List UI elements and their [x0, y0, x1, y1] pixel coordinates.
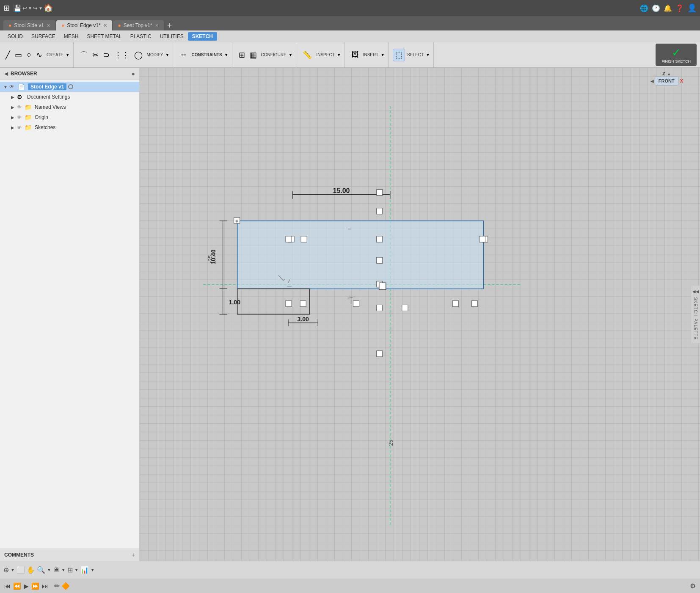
view-cube-label[interactable]: FRONT	[655, 76, 678, 86]
select-dropdown[interactable]: ▼	[426, 52, 430, 57]
tree-item-sketches[interactable]: ▶ 👁 📁 Sketches	[0, 122, 139, 132]
menu-solid[interactable]: SOLID	[3, 32, 27, 41]
playback-prev-button[interactable]: ⏪	[13, 582, 21, 590]
snap-settings-button[interactable]: ⊕	[3, 566, 9, 574]
tree-expand-arrow-3[interactable]: ▶	[11, 105, 17, 110]
zoom-fit-button[interactable]: 🔍	[37, 566, 45, 574]
inspect-tool[interactable]: 📏	[300, 49, 314, 61]
add-tab-button[interactable]: +	[165, 21, 175, 30]
create-label[interactable]: CREATE	[45, 52, 65, 57]
browser-icon[interactable]: 🌐	[640, 4, 648, 12]
view-cube-toggle[interactable]: 🖥	[53, 566, 60, 574]
create-dropdown[interactable]: ▼	[66, 52, 70, 57]
tree-item-stool-edge[interactable]: ▼ 👁 📄 Stool Edge v1	[0, 82, 139, 92]
zoom-dropdown[interactable]: ▼	[47, 568, 51, 572]
browser-pin-button[interactable]: ●	[132, 70, 135, 77]
view-cube[interactable]: Z ▲ ◀ FRONT X	[650, 71, 683, 86]
tree-visibility-sketches[interactable]: 👁	[17, 125, 24, 130]
menu-sheet-metal[interactable]: SHEET METAL	[83, 32, 126, 41]
display-mode-button[interactable]: ⬜	[17, 566, 25, 574]
configure-tool[interactable]: ⊞	[237, 49, 247, 61]
inspect-dropdown[interactable]: ▼	[337, 52, 341, 57]
constraints-label[interactable]: CONSTRAINTS	[190, 52, 223, 57]
offset-tool[interactable]: ⊃	[101, 49, 112, 61]
configure-dropdown[interactable]: ▼	[289, 52, 293, 57]
home-button[interactable]: 🏠	[44, 3, 53, 13]
circle-tool[interactable]: ○	[25, 49, 33, 61]
arc-tool[interactable]: ◯	[132, 49, 145, 61]
insert-label[interactable]: INSERT	[361, 52, 380, 57]
spline-tool[interactable]: ∿	[34, 49, 44, 61]
snap-dropdown[interactable]: ▼	[11, 568, 15, 572]
playback-next-button[interactable]: ⏩	[31, 582, 39, 590]
undo-dropdown[interactable]: ▼	[28, 6, 32, 11]
timeline-handle-icon[interactable]: 🔶	[61, 582, 70, 590]
menu-sketch[interactable]: SKETCH	[188, 32, 217, 41]
menu-plastic[interactable]: PLASTIC	[126, 32, 156, 41]
constraints-dropdown[interactable]: ▼	[224, 52, 229, 57]
rectangle-tool[interactable]: ▭	[13, 49, 24, 61]
comments-expand-button[interactable]: +	[132, 552, 135, 558]
view-cube-nav-left[interactable]: ◀	[650, 79, 654, 83]
playback-end-button[interactable]: ⏭	[42, 582, 48, 590]
tree-expand-arrow-2[interactable]: ▶	[11, 95, 17, 99]
pan-tool-button[interactable]: ✋	[27, 566, 35, 574]
tree-item-doc-settings[interactable]: ▶ ⚙ Document Settings	[0, 92, 139, 102]
browser-collapse-arrow[interactable]: ◀	[4, 71, 8, 77]
user-icon[interactable]: 👤	[687, 3, 697, 13]
tab-stool-edge[interactable]: ● Stool Edge v1* ✕	[56, 20, 112, 30]
tree-visibility-named-views[interactable]: 👁	[17, 105, 24, 110]
grid-settings-button[interactable]: ⊞	[67, 566, 73, 574]
finish-sketch-button[interactable]: ✓ FINISH SKETCH	[656, 44, 697, 66]
tab-seat-top[interactable]: ● Seat Top v1* ✕	[113, 20, 164, 30]
notification-icon[interactable]: 🔔	[664, 4, 672, 12]
clock-icon[interactable]: 🕐	[652, 4, 660, 12]
tab-seat-top-close[interactable]: ✕	[155, 23, 159, 28]
configure-table-tool[interactable]: ▦	[248, 49, 259, 61]
apps-icon[interactable]: ⊞	[3, 3, 10, 13]
pattern-tool[interactable]: ⋮⋮	[112, 49, 132, 61]
tree-visibility-origin[interactable]: 👁	[17, 115, 24, 120]
tree-item-named-views[interactable]: ▶ 👁 📁 Named Views	[0, 102, 139, 112]
tree-expand-arrow-5[interactable]: ▶	[11, 125, 17, 130]
inspect-label[interactable]: INSPECT	[314, 52, 336, 57]
menu-mesh[interactable]: MESH	[60, 32, 83, 41]
insert-tool[interactable]: 🖼	[349, 49, 361, 61]
playback-start-button[interactable]: ⏮	[4, 582, 11, 590]
tab-stool-side[interactable]: ● Stool Side v1 ✕	[3, 20, 55, 30]
display-dropdown[interactable]: ▼	[91, 568, 95, 572]
canvas-area[interactable]: 15.00 10.40 -25 1.00 3.00 25 ⊠	[140, 68, 700, 561]
undo-button[interactable]: ↩	[22, 5, 27, 11]
constraints-dim-tool[interactable]: ↔	[177, 49, 189, 61]
tree-expand-arrow[interactable]: ▼	[3, 85, 9, 89]
playback-play-button[interactable]: ▶	[24, 582, 29, 590]
modify-label[interactable]: MODIFY	[145, 52, 165, 57]
display-settings-button[interactable]: 📊	[80, 566, 89, 574]
tab-stool-edge-label: Stool Edge v1*	[67, 22, 100, 28]
view-cube-nav-up[interactable]: ▲	[667, 72, 671, 76]
tree-expand-arrow-4[interactable]: ▶	[11, 115, 17, 120]
menu-surface[interactable]: SURFACE	[27, 32, 60, 41]
tab-stool-side-close[interactable]: ✕	[47, 23, 50, 28]
help-icon[interactable]: ❓	[675, 4, 684, 12]
view-dropdown[interactable]: ▼	[61, 568, 66, 572]
select-label[interactable]: SELECT	[405, 52, 425, 57]
configure-label[interactable]: CONFIGURE	[259, 52, 288, 57]
line-tool[interactable]: ╱	[3, 49, 12, 61]
tab-stool-edge-close[interactable]: ✕	[103, 23, 107, 28]
modify-dropdown[interactable]: ▼	[165, 52, 170, 57]
menu-utilities[interactable]: UTILITIES	[156, 32, 188, 41]
redo-button[interactable]: ↪	[33, 5, 38, 11]
trim-tool[interactable]: ✂	[90, 49, 101, 61]
grid-dropdown[interactable]: ▼	[74, 568, 79, 572]
save-button[interactable]: 💾	[13, 4, 22, 12]
settings-gear-button[interactable]: ⚙	[690, 582, 696, 590]
tree-visibility-icon[interactable]: 👁	[9, 84, 17, 90]
palette-collapse-icon[interactable]: ◀◀	[692, 289, 699, 293]
select-tool[interactable]: ⬚	[393, 49, 405, 61]
redo-dropdown[interactable]: ▼	[39, 6, 43, 11]
tree-item-origin[interactable]: ▶ 👁 📁 Origin	[0, 112, 139, 122]
sketch-palette-toggle[interactable]: ◀◀ SKETCH PALETTE	[691, 285, 700, 343]
insert-dropdown[interactable]: ▼	[380, 52, 385, 57]
fillet-tool[interactable]: ⌒	[78, 49, 90, 61]
